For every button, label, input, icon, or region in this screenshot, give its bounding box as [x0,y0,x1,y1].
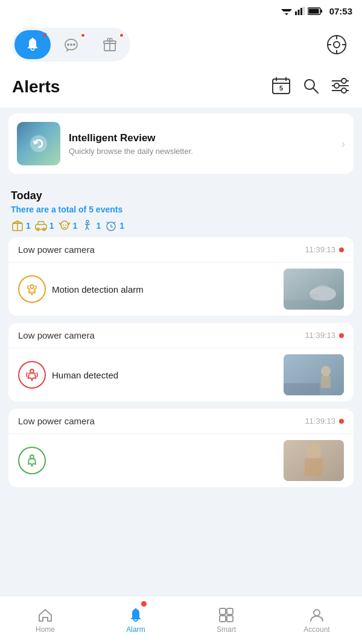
alert-thumb-1 [284,269,344,310]
alert-type-info-2: Human detected [18,361,118,389]
alerts-tab[interactable] [14,30,51,59]
alert-type-info-1: Motion detection alarm [18,275,144,303]
gifts-tab-badge [119,33,124,38]
svg-point-64 [321,366,331,377]
alert-time-1: 11:39:13 [305,245,335,254]
cat-icon [58,219,71,232]
svg-point-31 [334,83,339,88]
human-icon-circle-3 [18,447,46,474]
intelligent-review-banner[interactable]: Intelligent Review Quickly browse the da… [8,113,354,174]
svg-rect-6 [303,7,305,15]
calendar-icon: 5 [272,76,291,95]
alert-detail-3[interactable] [8,434,354,487]
human-image [284,354,344,395]
messages-tab[interactable] [53,30,89,59]
svg-point-46 [63,225,64,226]
camera-name-2: Low power camera [18,330,95,340]
alert-detail-2[interactable]: Human detected [8,348,354,401]
alert-type-info-3 [18,447,46,474]
car-icon [34,219,48,232]
bottom-nav-home[interactable]: Home [0,596,91,644]
svg-point-30 [341,78,346,83]
alerts-tab-badge [42,33,47,38]
nav-tabs [12,28,130,62]
cat-count: 1 [73,221,78,231]
svg-rect-70 [305,458,323,476]
wifi-icon [281,7,292,15]
alert-dot-2 [339,333,344,338]
alert-header-1: Low power camera 11:39:13 [8,237,354,263]
settings-button[interactable] [323,31,350,58]
gifts-tab[interactable] [92,30,128,59]
svg-point-39 [30,135,47,152]
svg-line-51 [87,226,89,230]
page-header: Alerts 5 [0,70,362,107]
chevron-right-icon: › [341,138,345,150]
search-button[interactable] [302,77,320,97]
svg-point-76 [314,610,320,616]
alarm-nav-badge [141,601,147,607]
event-icon-person: 1 [81,219,101,232]
bottom-nav-account[interactable]: Account [272,596,362,644]
package-count: 1 [26,221,31,231]
top-nav [0,22,362,70]
cat-image [284,269,344,310]
svg-rect-75 [227,616,233,622]
person-count: 1 [96,221,101,231]
account-icon [309,607,325,623]
bottom-nav-alarm[interactable]: Alarm [91,596,181,644]
human-icon [25,368,39,382]
event-icon-alarm: 1 [104,219,124,232]
camera-name-1: Low power camera [18,244,95,255]
alert-header-2: Low power camera 11:39:13 [8,323,354,348]
svg-rect-66 [284,383,320,395]
account-label: Account [303,625,329,634]
svg-rect-5 [300,8,302,15]
bottom-nav-smart[interactable]: Smart [181,596,272,644]
alert-dot-3 [339,419,344,424]
svg-rect-60 [284,300,344,310]
alert-group-1: Low power camera 11:39:13 Motion detecti… [8,237,354,316]
person3-image [284,440,344,481]
today-subtitle-suffix: events [94,205,122,214]
calendar-button[interactable]: 5 [272,76,291,98]
svg-point-58 [316,285,330,295]
alert-time-3: 11:39:13 [305,416,335,426]
alert-type-name-2: Human detected [52,370,118,380]
today-count: 5 [89,205,94,214]
alarm-icon [104,219,118,232]
event-icons-row: 1 1 1 [11,219,351,232]
svg-point-55 [30,285,34,289]
svg-point-48 [86,220,89,223]
home-icon [37,607,53,623]
alarm-count: 1 [119,221,124,231]
gift-icon [102,37,118,53]
svg-point-32 [341,88,346,93]
review-subtitle: Quickly browse the daily newsletter. [69,147,193,156]
review-title: Intelligent Review [69,132,193,144]
svg-marker-2 [285,13,288,15]
alert-group-3: Low power camera 11:39:13 [8,409,354,487]
svg-rect-8 [320,10,322,13]
alert-detail-1[interactable]: Motion detection alarm [8,263,354,316]
home-label: Home [36,625,55,634]
battery-icon [308,7,322,15]
signal-icon [295,7,305,15]
human-icon-circle-2 [18,361,46,389]
motion-icon-circle-1 [18,275,46,303]
alarm-bell-icon [128,607,144,623]
alert-thumb-2 [284,354,344,395]
svg-point-61 [30,369,34,373]
today-subtitle-prefix: There are a total of [11,205,89,214]
svg-point-59 [310,293,320,298]
svg-rect-3 [295,11,297,15]
car-count: 1 [49,221,54,231]
filter-button[interactable] [331,76,350,98]
header-actions: 5 [272,76,350,98]
bell-icon [25,37,40,53]
svg-text:5: 5 [279,84,283,92]
alarm-label: Alarm [126,625,145,634]
alert-type-name-1: Motion detection alarm [52,284,144,295]
human-icon-3 [25,453,39,468]
svg-line-29 [313,88,318,93]
